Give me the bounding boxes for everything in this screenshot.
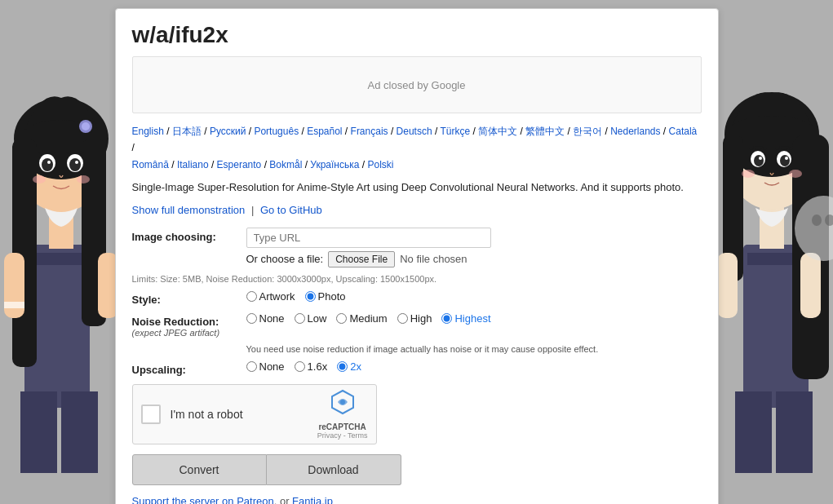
lang-french[interactable]: Français (351, 126, 388, 137)
style-photo-label: Photo (318, 290, 346, 303)
svg-rect-1 (29, 253, 86, 265)
noise-low-radio[interactable] (295, 313, 305, 324)
captcha-label: I'm not a robot (171, 408, 309, 421)
lang-korean[interactable]: 한국어 (573, 126, 602, 137)
style-photo-radio[interactable] (305, 291, 316, 302)
style-row: Style: Artwork Photo (132, 290, 702, 306)
noise-highest-radio[interactable] (441, 313, 452, 324)
show-demonstration-link[interactable]: Show full demonstration (132, 204, 246, 216)
demo-sep: | (251, 204, 254, 216)
lang-spanish[interactable]: Español (307, 126, 342, 137)
upscaling-1-6x-label: 1.6x (308, 360, 328, 373)
lang-polish[interactable]: Polski (367, 159, 393, 170)
noise-medium[interactable]: Medium (336, 312, 387, 325)
noise-none-radio[interactable] (246, 313, 257, 324)
svg-point-33 (754, 155, 764, 166)
svg-rect-40 (800, 253, 821, 318)
upscaling-2x-radio[interactable] (337, 361, 348, 372)
noise-high-radio[interactable] (397, 313, 408, 324)
noise-medium-radio[interactable] (336, 313, 347, 324)
noise-sublabel: (expect JPEG artifact) (132, 328, 246, 338)
lang-ukrainian[interactable]: Українська (310, 159, 359, 170)
support-comma: , or (274, 495, 290, 504)
noise-high[interactable]: High (397, 312, 432, 325)
svg-rect-3 (61, 391, 98, 473)
svg-point-12 (69, 158, 81, 171)
noise-highest[interactable]: Highest (441, 312, 490, 325)
lang-romanian[interactable]: Română (132, 159, 169, 170)
upscaling-1-6x[interactable]: 1.6x (295, 360, 328, 373)
noise-control: None Low Medium High Highest (246, 312, 702, 325)
style-options: Artwork Photo (246, 290, 702, 303)
lang-turkish[interactable]: Türkçe (440, 126, 470, 137)
svg-point-37 (742, 170, 755, 178)
svg-point-14 (75, 161, 78, 164)
svg-point-38 (789, 170, 802, 178)
lang-russian[interactable]: Русский (210, 126, 246, 137)
lang-zh-trad[interactable]: 繁體中文 (525, 126, 565, 137)
noise-reduction-label: Noise Reduction: (132, 316, 246, 328)
image-choosing-row: Image choosing: Or choose a file: Choose… (132, 228, 702, 267)
recaptcha-sub: Privacy - Terms (317, 431, 368, 440)
svg-point-13 (47, 161, 51, 164)
style-label: Style: (132, 290, 246, 306)
support-text: Support the server on Patreon, or Fantia… (132, 495, 702, 504)
download-button[interactable]: Download (267, 454, 401, 485)
upscaling-none-radio[interactable] (246, 361, 257, 372)
upscaling-2x-label: 2x (350, 360, 361, 373)
svg-point-36 (785, 157, 788, 160)
language-links: English / 日本語 / Русский / Português / Es… (132, 123, 702, 173)
noise-label: Noise Reduction: (expect JPEG artifact) (132, 312, 246, 338)
upscaling-none-label: None (259, 360, 285, 373)
choose-file-button[interactable]: Choose File (328, 251, 395, 267)
fantia-link[interactable]: Fantia.jp (292, 495, 333, 504)
upscaling-none[interactable]: None (246, 360, 285, 373)
lang-zh-simple[interactable]: 简体中文 (478, 126, 517, 137)
demo-links: Show full demonstration | Go to GitHub (132, 204, 702, 216)
svg-point-16 (77, 175, 90, 183)
svg-point-21 (82, 122, 90, 130)
url-input[interactable] (246, 228, 491, 248)
upscaling-1-6x-radio[interactable] (295, 361, 305, 372)
image-choosing-label: Image choosing: (132, 228, 246, 243)
captcha-checkbox[interactable] (141, 405, 161, 424)
upscaling-label: Upscaling: (132, 360, 246, 376)
goto-github-link[interactable]: Go to GitHub (260, 204, 322, 216)
lang-portuguese[interactable]: Português (254, 126, 299, 137)
upscaling-2x[interactable]: 2x (337, 360, 361, 373)
svg-point-34 (780, 155, 790, 166)
svg-point-42 (812, 214, 822, 226)
lang-esperanto[interactable]: Esperanto (217, 159, 262, 170)
lang-japanese[interactable]: 日本語 (172, 126, 202, 137)
captcha-box[interactable]: I'm not a robot reCAPTCHA Privacy - Term… (132, 384, 377, 444)
lang-bokmal[interactable]: Bokmål (269, 159, 302, 170)
lang-catalan[interactable]: Català (669, 126, 698, 137)
lang-dutch[interactable]: Nederlands (610, 126, 660, 137)
upscaling-row: Upscaling: None 1.6x 2x (132, 360, 702, 376)
noise-high-label: High (410, 312, 432, 325)
noise-low[interactable]: Low (295, 312, 327, 325)
patreon-link[interactable]: Support the server on Patreon (132, 495, 274, 504)
style-photo[interactable]: Photo (305, 290, 346, 303)
noise-none[interactable]: None (246, 312, 285, 325)
lang-english[interactable]: English (132, 126, 164, 137)
button-row: Convert Download (132, 454, 702, 485)
upscaling-control: None 1.6x 2x (246, 360, 702, 373)
svg-point-15 (33, 175, 46, 183)
lang-german[interactable]: Deutsch (397, 126, 432, 137)
or-choose-label: Or choose a file: (246, 253, 324, 265)
image-choosing-control: Or choose a file: Choose File No file ch… (246, 228, 702, 267)
svg-point-44 (340, 400, 345, 405)
recaptcha-brand: reCAPTCHA (318, 422, 366, 431)
style-artwork-label: Artwork (259, 290, 295, 303)
captcha-logo: reCAPTCHA Privacy - Terms (317, 389, 368, 440)
limits-text: Limits: Size: 5MB, Noise Reduction: 3000… (132, 274, 702, 284)
file-row: Or choose a file: Choose File No file ch… (246, 251, 702, 267)
lang-italian[interactable]: Italiano (177, 159, 209, 170)
svg-point-11 (42, 158, 53, 171)
style-artwork-radio[interactable] (246, 291, 257, 302)
noise-row: Noise Reduction: (expect JPEG artifact) … (132, 312, 702, 338)
noise-highest-label: Highest (454, 312, 490, 325)
style-artwork[interactable]: Artwork (246, 290, 295, 303)
convert-button[interactable]: Convert (132, 454, 267, 485)
